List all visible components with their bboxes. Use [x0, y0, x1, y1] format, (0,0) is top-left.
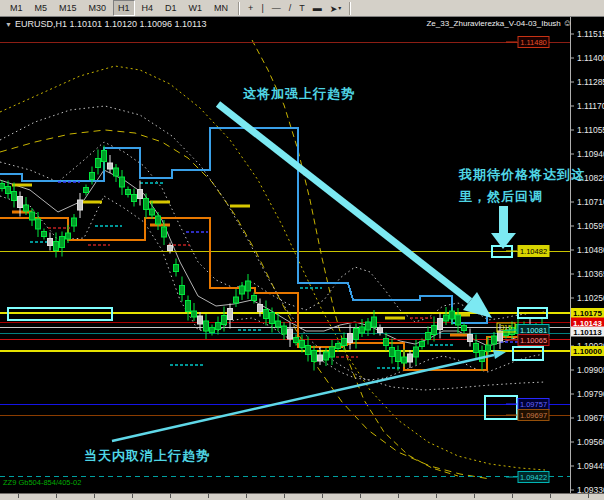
- drawing-tools: +|—/T▬➤▾: [244, 1, 345, 15]
- time-axis-tick: [132, 494, 133, 498]
- toolbar: M1M5M15M30H1H4D1W1MN +|—/T▬➤▾: [0, 0, 604, 17]
- tf-button-d1[interactable]: D1: [160, 0, 182, 16]
- dropdown-caret-icon[interactable]: ▾: [338, 5, 341, 11]
- symbol-ohlc-header[interactable]: ▼EURUSD,H1 1.10101 1.10120 1.10096 1.101…: [5, 19, 206, 29]
- time-axis-tick: [550, 494, 551, 498]
- horizontal-line-icon[interactable]: —: [268, 1, 285, 15]
- time-axis-tick: [512, 494, 513, 498]
- annotation-strengthen-uptrend: 这将加强上行趋势: [243, 85, 355, 103]
- time-axis-bar[interactable]: [0, 493, 604, 500]
- annotation-expect-line2: 里，然后回调: [459, 186, 585, 208]
- indicator-footer-text: ZZ9 Gb504-854/405-02: [3, 478, 81, 487]
- time-axis-tick: [360, 494, 361, 498]
- time-axis-tick: [436, 494, 437, 498]
- time-axis-tick: [18, 494, 19, 498]
- tf-button-m30[interactable]: M30: [84, 0, 112, 16]
- time-axis-tick: [56, 494, 57, 498]
- text-icon[interactable]: T: [295, 1, 309, 15]
- time-axis-tick: [208, 494, 209, 498]
- mt4-window: M1M5M15M30H1H4D1W1MN +|—/T▬➤▾ 3151.11480…: [0, 0, 604, 500]
- timeframe-buttons: M1M5M15M30H1H4D1W1MN: [4, 0, 234, 16]
- vertical-line-icon[interactable]: |: [257, 1, 267, 15]
- tf-button-h4[interactable]: H4: [137, 0, 159, 16]
- annotation-expect-line1: 我期待价格将达到这: [459, 164, 585, 186]
- tf-button-mn[interactable]: MN: [209, 0, 233, 16]
- time-axis-tick: [94, 494, 95, 498]
- tf-button-w1[interactable]: W1: [184, 0, 208, 16]
- rectangle-icon[interactable]: ▬: [309, 1, 326, 15]
- arrows-icon[interactable]: ➤▾: [326, 1, 346, 15]
- annotation-expect-target: 我期待价格将达到这 里，然后回调: [459, 164, 585, 208]
- indicator-name: Ze_33_Zhuravlerezka_V-04-03_Ibush☺: [426, 18, 572, 28]
- trendline-icon[interactable]: /: [285, 1, 296, 15]
- tf-button-m15[interactable]: M15: [54, 0, 82, 16]
- time-axis-tick: [474, 494, 475, 498]
- tf-button-m5[interactable]: M5: [30, 0, 53, 16]
- smiley-icon: ☺: [563, 18, 572, 28]
- annotation-cancel-uptrend: 当天内取消上行趋势: [84, 447, 210, 465]
- time-axis-tick: [398, 494, 399, 498]
- symbol-ohlc-text: EURUSD,H1 1.10101 1.10120 1.10096 1.1011…: [15, 19, 206, 29]
- time-axis-tick: [170, 494, 171, 498]
- toolbar-separator: [238, 2, 240, 15]
- time-axis-tick: [322, 494, 323, 498]
- chart-menu-triangle[interactable]: ▼: [5, 21, 12, 28]
- time-axis-tick: [588, 494, 589, 498]
- time-axis-tick: [284, 494, 285, 498]
- toolbar-separator: [349, 2, 351, 15]
- indicator-name-text: Ze_33_Zhuravlerezka_V-04-03_Ibush: [426, 19, 560, 28]
- tf-button-h1[interactable]: H1: [113, 0, 135, 16]
- time-axis-tick: [246, 494, 247, 498]
- tf-button-m1[interactable]: M1: [5, 0, 28, 16]
- crosshair-icon[interactable]: +: [244, 1, 257, 15]
